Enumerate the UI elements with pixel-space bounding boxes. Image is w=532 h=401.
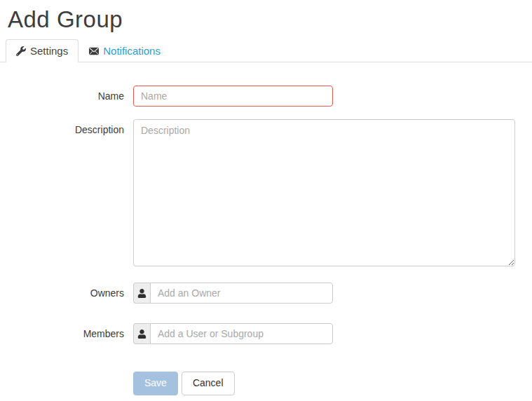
tab-notifications[interactable]: Notifications bbox=[79, 39, 171, 62]
members-label: Members bbox=[7, 323, 133, 339]
add-group-form: Name Description Owners Members bbox=[0, 86, 532, 395]
user-icon bbox=[133, 323, 150, 344]
members-input[interactable] bbox=[150, 323, 333, 344]
owners-input[interactable] bbox=[150, 283, 333, 304]
name-row: Name bbox=[0, 86, 532, 107]
save-button[interactable]: Save bbox=[133, 372, 178, 395]
add-group-page: Add Group Settings Notifications Name De… bbox=[0, 6, 532, 401]
description-textarea[interactable] bbox=[133, 119, 515, 266]
user-icon bbox=[133, 283, 150, 304]
owners-row: Owners bbox=[0, 283, 532, 304]
name-label: Name bbox=[7, 86, 133, 102]
description-row: Description bbox=[0, 119, 532, 266]
tab-settings[interactable]: Settings bbox=[6, 39, 79, 62]
owners-input-group bbox=[133, 283, 333, 304]
owners-label: Owners bbox=[7, 283, 133, 299]
description-label: Description bbox=[7, 119, 133, 135]
members-row: Members bbox=[0, 323, 532, 344]
envelope-icon bbox=[89, 46, 99, 56]
cancel-button[interactable]: Cancel bbox=[182, 372, 235, 395]
tab-settings-label: Settings bbox=[30, 45, 68, 57]
wrench-icon bbox=[16, 46, 26, 56]
page-title: Add Group bbox=[8, 6, 532, 33]
form-buttons: Save Cancel bbox=[133, 372, 532, 395]
tab-bar: Settings Notifications bbox=[0, 39, 532, 62]
members-input-group bbox=[133, 323, 333, 344]
name-input[interactable] bbox=[133, 86, 333, 107]
tab-notifications-label: Notifications bbox=[103, 45, 161, 57]
